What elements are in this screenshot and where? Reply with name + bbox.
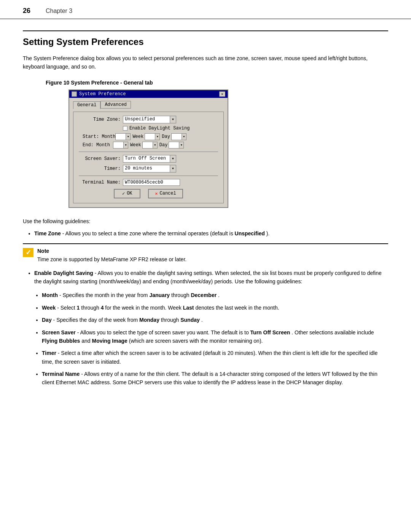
- ok-button[interactable]: ✓ OK: [114, 189, 140, 198]
- month-text: - Specifies the month in the year from: [59, 292, 150, 298]
- timezone-dropdown-arrow[interactable]: ▼: [170, 116, 176, 123]
- start-week-arrow[interactable]: ▼: [155, 134, 159, 140]
- note-label: Note: [37, 248, 186, 254]
- start-week-label: Week: [132, 134, 143, 139]
- end-week-arrow[interactable]: ▼: [153, 142, 157, 148]
- timezone-bold: Time Zone: [34, 230, 61, 236]
- end-day-label: Day: [159, 142, 168, 148]
- sub-bullet-timer: Timer - Select a time after which the sc…: [42, 349, 388, 366]
- timer-row: Timer: 20 minutes ▼: [79, 165, 218, 173]
- moving-bold: Moving Image: [92, 338, 127, 344]
- end-day-arrow[interactable]: ▼: [179, 142, 183, 148]
- timer-bold: Timer: [42, 350, 56, 356]
- timer-dropdown-arrow[interactable]: ▼: [170, 165, 176, 172]
- month-period: .: [218, 292, 220, 298]
- timezone-text: - Allows you to select a time zone where…: [62, 230, 235, 236]
- note-icon: ✓: [23, 248, 33, 257]
- start-day-select[interactable]: ▼: [171, 133, 186, 140]
- timezone-label: Time Zone:: [79, 117, 121, 122]
- dialog-content-area: Time Zone: Unspecified ▼ Enable DayLight…: [73, 112, 224, 203]
- start-week-value: [145, 134, 155, 140]
- flying-bold: Flying Bubbles: [42, 338, 80, 344]
- unspecified-bold: Unspecified: [235, 230, 265, 236]
- end-week-select[interactable]: ▼: [142, 142, 158, 149]
- daylight-bold: Enable Daylight Saving: [34, 270, 93, 276]
- bullet-item-timezone: Time Zone - Allows you to select a time …: [34, 229, 388, 238]
- ok-checkmark-icon: ✓: [122, 191, 125, 197]
- through-text2: through: [81, 305, 100, 311]
- month-bold: Month: [42, 292, 58, 298]
- screensaver-value: Turn Off Screen: [123, 155, 170, 162]
- cancel-label: Cancel: [160, 191, 176, 196]
- tab-bar: General Advanced: [73, 101, 224, 109]
- tab-general[interactable]: General: [73, 101, 100, 109]
- cancel-x-icon: ✕: [155, 191, 158, 197]
- screensaver-text4: (which are screen savers with the monito…: [129, 338, 263, 344]
- screensaver-dropdown-arrow[interactable]: ▼: [170, 155, 176, 162]
- end-week-label: Week: [130, 142, 141, 148]
- january-bold: January: [149, 292, 170, 298]
- dialog-app-icon: [72, 91, 77, 97]
- screensaver-row: Screen Saver: Turn Off Screen ▼: [79, 155, 218, 163]
- terminal-bold: Terminal Name: [42, 371, 80, 377]
- turnoff-bold: Turn Off Screen: [250, 329, 290, 335]
- screensaver-text2: . Other selections available include: [292, 329, 374, 335]
- sub-bullet-terminal: Terminal Name - Allows entry of a name f…: [42, 370, 388, 387]
- start-day-arrow[interactable]: ▼: [182, 134, 186, 140]
- week-text2: for the week in the month. Week: [105, 305, 183, 311]
- tab-advanced[interactable]: Advanced: [100, 101, 131, 109]
- screensaver-select[interactable]: Turn Off Screen ▼: [123, 155, 176, 163]
- titlebar-left: System Preference: [72, 91, 126, 97]
- week-bold: Week: [42, 305, 56, 311]
- day-bold: Day: [42, 317, 52, 323]
- divider: [79, 152, 218, 152]
- bullet-list-1: Time Zone - Allows you to select a time …: [34, 229, 388, 238]
- daylight-label: Enable DayLight Saving: [129, 126, 190, 131]
- chapter-label: Chapter 3: [46, 8, 72, 14]
- start-month-select[interactable]: ▼: [115, 133, 131, 140]
- start-week-select[interactable]: ▼: [145, 133, 160, 140]
- monday-bold: Monday: [139, 317, 159, 323]
- day-period: .: [201, 317, 203, 323]
- note-checkmark-icon: ✓: [25, 248, 31, 257]
- dialog-buttons: ✓ OK ✕ Cancel: [79, 189, 218, 198]
- sub-bullet-list: Month - Specifies the month in the year …: [42, 291, 388, 387]
- daylight-checkbox[interactable]: [123, 126, 127, 131]
- screensaver-label: Screen Saver:: [79, 156, 121, 161]
- end-label: End: Month: [83, 142, 113, 148]
- section-title: Setting System Preferences: [23, 30, 388, 47]
- timer-value: 20 minutes: [123, 165, 170, 172]
- screensaver-text: - Allows you to select the type of scree…: [77, 329, 250, 335]
- timer-text: - Select a time after which the screen s…: [42, 350, 378, 364]
- end-month-arrow[interactable]: ▼: [123, 142, 128, 148]
- end-month-value: [113, 142, 123, 148]
- start-day-label: Day: [162, 134, 170, 139]
- week-text3: denotes the last week in the month.: [195, 305, 279, 311]
- daylight-checkbox-row: Enable DayLight Saving: [123, 126, 218, 131]
- dialog-window: System Preference ✕ General Advanced Tim…: [68, 89, 228, 208]
- start-day-value: [172, 134, 182, 140]
- timezone-select[interactable]: Unspecified ▼: [123, 116, 176, 123]
- start-month-arrow[interactable]: ▼: [126, 134, 130, 140]
- end-month-select[interactable]: ▼: [113, 142, 128, 149]
- dialog-body: General Advanced Time Zone: Unspecified …: [69, 98, 228, 207]
- guideline-intro: Use the following guidelines:: [23, 217, 388, 225]
- sub-bullet-month: Month - Specifies the month in the year …: [42, 291, 388, 299]
- terminal-row: Terminal Name:: [79, 179, 218, 186]
- end-day-select[interactable]: ▼: [169, 142, 184, 149]
- dialog-close-button[interactable]: ✕: [219, 91, 225, 97]
- start-row: Start: Month ▼ Week ▼ Day: [83, 133, 218, 140]
- timezone-text-after: ).: [266, 230, 270, 236]
- bullet-list-2: Enable Daylight Saving - Allows you to e…: [34, 269, 388, 286]
- four-bold: 4: [101, 305, 104, 311]
- end-row: End: Month ▼ Week ▼ Day: [83, 142, 218, 149]
- cancel-button[interactable]: ✕ Cancel: [148, 189, 183, 198]
- timezone-value: Unspecified: [123, 116, 170, 123]
- timer-select[interactable]: 20 minutes ▼: [123, 165, 176, 173]
- dialog-title: System Preference: [79, 91, 126, 97]
- timer-label: Timer:: [79, 166, 121, 171]
- terminal-name-input[interactable]: [123, 179, 180, 186]
- day-text: - Specifies the day of the week from: [53, 317, 139, 323]
- terminal-text: - Allows entry of a name for the thin cl…: [42, 371, 378, 385]
- screensaver-bold: Screen Saver: [42, 329, 76, 335]
